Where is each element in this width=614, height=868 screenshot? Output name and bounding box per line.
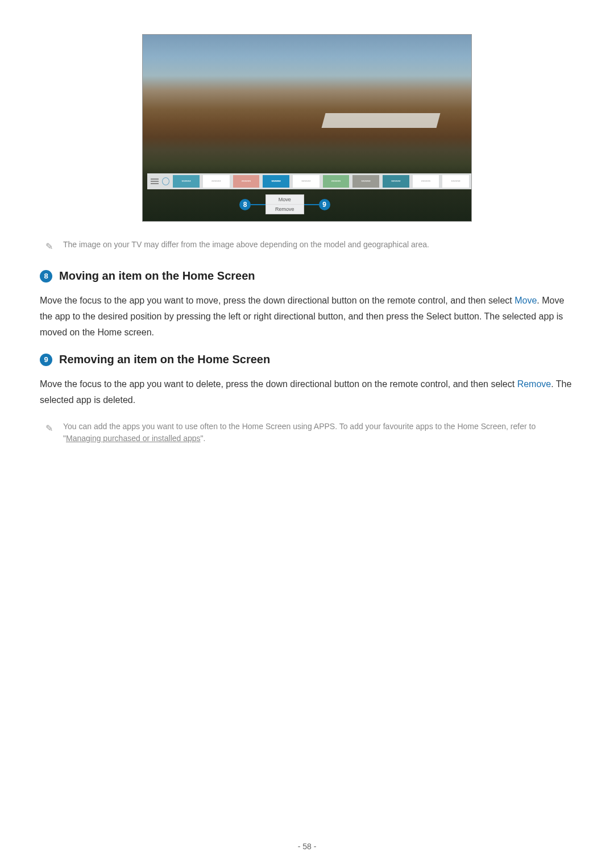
callout-connector	[251, 204, 265, 205]
number-badge-9: 9	[40, 354, 52, 366]
callout-badge-8: 8	[239, 199, 251, 210]
menu-icon	[151, 178, 159, 184]
section-9-body: Move the focus to the app you want to de…	[40, 376, 574, 408]
section-9-title: Removing an item on the Home Screen	[59, 353, 270, 366]
note-add-apps: ✎ You can add the apps you want to use o…	[45, 421, 574, 445]
popup-move-label: Move	[266, 195, 304, 205]
highlight-move: Move	[515, 296, 537, 305]
pencil-icon: ✎	[45, 422, 53, 435]
section-8-heading: 8 Moving an item on the Home Screen	[40, 269, 574, 283]
app-tile-selected: ******	[263, 175, 289, 188]
section-9-heading: 9 Removing an item on the Home Screen	[40, 353, 574, 366]
note-image-differ: ✎ The image on your TV may differ from t…	[45, 239, 574, 254]
app-tile: ******	[233, 175, 260, 188]
app-tile: ******	[383, 175, 409, 188]
context-popup: Move Remove	[265, 194, 304, 214]
number-badge-8: 8	[40, 270, 52, 283]
app-tile: ******	[352, 175, 379, 188]
section-8-body: Move the focus to the app you want to mo…	[40, 293, 574, 340]
app-tile: ******	[203, 175, 230, 188]
popup-remove-label: Remove	[266, 205, 304, 214]
note-text: You can add the apps you want to use oft…	[63, 421, 574, 445]
link-managing-apps[interactable]: Managing purchased or installed apps	[66, 434, 201, 443]
pencil-icon: ✎	[45, 240, 53, 254]
section-8-title: Moving an item on the Home Screen	[59, 269, 255, 283]
app-tile: ******	[173, 175, 200, 188]
app-tile: ******	[442, 175, 469, 188]
context-popup-row: 8 Move Remove 9	[239, 194, 330, 214]
app-tile: ******	[413, 175, 439, 188]
app-tile: ******	[293, 175, 320, 188]
note-text: The image on your TV may differ from the…	[63, 239, 429, 251]
home-app-bar: ****** ****** ****** ****** ****** *****…	[147, 173, 471, 189]
app-tile: ******	[323, 175, 350, 188]
globe-icon	[162, 177, 170, 185]
callout-badge-9: 9	[319, 199, 330, 210]
callout-connector	[304, 204, 319, 205]
highlight-remove: Remove	[517, 379, 551, 389]
tv-screenshot-figure: ****** ****** ****** ****** ****** *****…	[142, 34, 472, 222]
mountain-graphic	[321, 113, 440, 128]
